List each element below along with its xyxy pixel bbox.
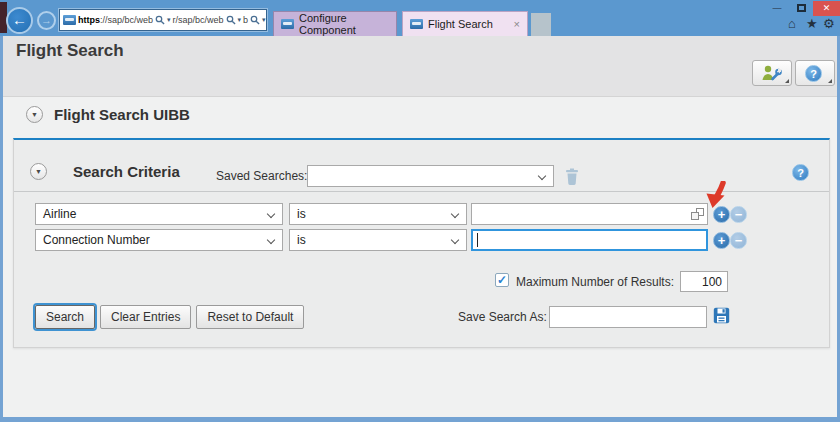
chevron-down-icon <box>451 210 459 218</box>
save-disk-icon <box>713 307 730 324</box>
action-button-row: Search Clear Entries Reset to Default <box>35 305 304 329</box>
value-input-row2-focused[interactable] <box>471 229 708 251</box>
chevron-down-icon <box>451 236 459 244</box>
save-search-as-label: Save Search As: <box>458 310 547 324</box>
browser-titlebar: — ✕ ← → https://sap/bc/web ▾ r/sap/bc/we… <box>0 0 840 36</box>
max-results-label: Maximum Number of Results: <box>516 275 674 289</box>
maximize-button[interactable] <box>789 1 813 16</box>
tab-close-icon[interactable]: × <box>514 18 520 30</box>
url-text: https://sap/bc/web <box>78 15 153 25</box>
close-button[interactable]: ✕ <box>813 1 840 16</box>
home-icon[interactable]: ⌂ <box>788 17 796 31</box>
tab-label: Configure Component <box>299 12 389 36</box>
saved-searches-select[interactable] <box>307 165 554 187</box>
uibb-section-title: Flight Search UIBB <box>54 106 190 123</box>
remove-row-button[interactable]: − <box>730 206 747 223</box>
save-search-button[interactable] <box>713 307 730 324</box>
help-button[interactable]: ? <box>795 60 835 86</box>
saved-searches-label: Saved Searches: <box>216 169 307 183</box>
reset-to-default-button[interactable]: Reset to Default <box>196 305 304 329</box>
user-settings-button[interactable] <box>752 60 792 86</box>
minimize-button[interactable]: — <box>765 1 789 16</box>
operator-select-row1[interactable]: is <box>289 203 467 225</box>
search-criteria-panel: ▼ Search Criteria Saved Searches: ? Airl… <box>13 138 830 348</box>
maximize-icon <box>797 4 806 12</box>
url-tertiary-text: b <box>243 15 248 25</box>
sap-favicon-icon <box>410 19 423 29</box>
criteria-section-title: Search Criteria <box>73 163 180 180</box>
browser-window: — ✕ ← → https://sap/bc/web ▾ r/sap/bc/we… <box>0 0 840 422</box>
save-search-as-input[interactable] <box>549 306 707 328</box>
chevron-down-icon <box>538 172 546 180</box>
search-button[interactable]: Search <box>35 305 95 329</box>
help-icon: ? <box>805 65 822 82</box>
chevron-down-icon[interactable]: ▾ <box>238 16 242 24</box>
clear-entries-button[interactable]: Clear Entries <box>100 305 191 329</box>
chevron-down-icon[interactable]: ▾ <box>167 16 171 24</box>
operator-select-value: is <box>297 207 306 221</box>
max-results-input[interactable] <box>680 271 728 292</box>
back-button[interactable]: ← <box>6 7 33 34</box>
operator-select-value: is <box>297 233 306 247</box>
search-icon[interactable] <box>155 15 165 25</box>
settings-gear-icon[interactable]: ⚙ <box>823 17 835 31</box>
window-controls: — ✕ <box>765 1 840 16</box>
dropdown-arrow-icon <box>828 79 832 83</box>
favorites-star-icon[interactable]: ★ <box>806 17 818 31</box>
trash-icon <box>563 166 581 186</box>
chevron-down-icon <box>267 236 275 244</box>
dropdown-arrow-icon <box>785 79 789 83</box>
collapse-criteria-button[interactable]: ▼ <box>30 163 47 180</box>
address-bar[interactable]: https://sap/bc/web ▾ r/sap/bc/web ▾ b ▾ <box>59 9 267 31</box>
collapse-uibb-button[interactable]: ▼ <box>26 106 43 123</box>
operator-select-row2[interactable]: is <box>289 229 467 251</box>
user-wrench-icon <box>761 64 783 83</box>
criteria-help-icon[interactable]: ? <box>792 164 809 181</box>
field-select-value: Airline <box>43 207 76 221</box>
window-border-left <box>0 36 3 422</box>
chevron-down-icon <box>267 210 275 218</box>
tab-flight-search[interactable]: Flight Search × <box>402 11 528 36</box>
page-title: Flight Search <box>16 41 124 61</box>
new-tab-button[interactable] <box>531 13 551 36</box>
remove-row-button[interactable]: − <box>730 232 747 249</box>
text-cursor <box>477 233 478 247</box>
value-input-row1[interactable] <box>471 203 708 225</box>
field-select-row1[interactable]: Airline <box>35 203 283 225</box>
add-row-button[interactable]: + <box>713 232 730 249</box>
search-icon[interactable] <box>226 15 236 25</box>
delete-saved-search-button[interactable] <box>563 166 581 186</box>
sap-favicon-icon <box>281 19 294 29</box>
sap-favicon-icon <box>63 15 76 25</box>
max-results-checkbox[interactable]: ✓ <box>495 273 509 287</box>
value-field-row2[interactable] <box>471 229 708 251</box>
window-border-bottom <box>0 417 840 422</box>
field-select-value: Connection Number <box>43 233 150 247</box>
tab-configure-component[interactable]: Configure Component <box>273 11 397 36</box>
value-field-row1[interactable] <box>471 203 708 225</box>
field-select-row2[interactable]: Connection Number <box>35 229 283 251</box>
page-header: Flight Search ? <box>3 36 837 97</box>
forward-button[interactable]: → <box>37 11 56 30</box>
chevron-down-icon[interactable]: ▾ <box>262 16 266 24</box>
tab-label: Flight Search <box>428 18 493 30</box>
url-secondary-text: r/sap/bc/web <box>173 15 224 25</box>
red-annotation-arrow <box>702 181 730 213</box>
search-icon[interactable] <box>250 15 260 25</box>
